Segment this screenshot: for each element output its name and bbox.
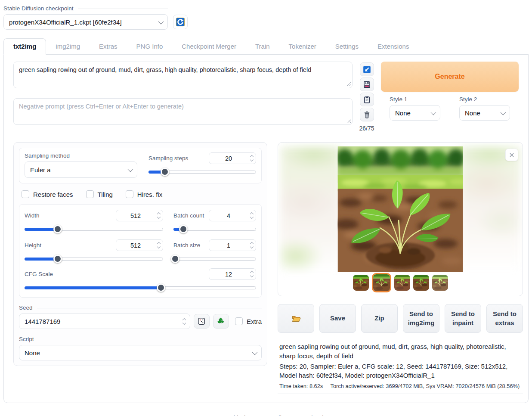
checkpoint-select[interactable]: protogenX34OfficialR_1.ckpt [60fe2f34] (3, 14, 168, 30)
output-prompt-text: green sapling rowing out of ground, mud,… (279, 342, 521, 361)
image-gallery (278, 142, 523, 296)
app-root: Stable Diffusion checkpoint protogenX34O… (0, 0, 532, 416)
thumbnail-1[interactable] (353, 275, 369, 291)
thumbnail-4[interactable] (413, 275, 429, 291)
gallery-blur-right (460, 146, 520, 271)
style1-label: Style 1 (390, 96, 440, 102)
folder-icon (291, 314, 301, 324)
style2-select[interactable]: None (459, 105, 510, 121)
sampling-steps-label: Sampling steps (148, 155, 188, 161)
slider-handle[interactable] (161, 168, 169, 176)
sampling-steps-slider[interactable] (148, 168, 256, 176)
open-folder-button[interactable] (278, 304, 314, 333)
slider-handle[interactable] (171, 255, 179, 263)
reuse-seed-button[interactable] (213, 314, 229, 329)
restore-faces-checkbox[interactable] (22, 190, 29, 198)
footer-link-api[interactable]: API (200, 414, 229, 416)
stepper-icon[interactable] (180, 319, 188, 324)
stepper-icon[interactable] (155, 242, 163, 248)
width-input[interactable]: 512 (116, 210, 163, 221)
thumbnail-3[interactable] (394, 275, 410, 291)
negative-prompt-input[interactable] (13, 98, 353, 125)
tab-extras[interactable]: Extras (90, 39, 127, 54)
script-label: Script (19, 336, 262, 342)
extra-seed-checkbox-row[interactable]: Extra (235, 317, 262, 325)
floppy-disk-icon (363, 81, 371, 89)
slider-handle[interactable] (53, 255, 62, 263)
height-input[interactable]: 512 (116, 239, 163, 251)
arrow-down-left-icon (363, 65, 371, 74)
send-to-inpaint-button[interactable]: Send to inpaint (445, 304, 481, 333)
random-seed-button[interactable] (194, 314, 210, 329)
batch-count-slider[interactable] (173, 225, 256, 233)
tiling-checkbox[interactable] (86, 190, 94, 198)
send-to-extras-button[interactable]: Send to extras (486, 304, 523, 333)
tab-train[interactable]: Train (246, 39, 279, 54)
stepper-icon[interactable] (248, 155, 256, 161)
tab-checkpoint-merger[interactable]: Checkpoint Merger (172, 39, 246, 54)
batch-count-input[interactable]: 4 (209, 210, 256, 221)
checkpoint-label: Stable Diffusion checkpoint (3, 5, 168, 12)
save-style-button[interactable] (360, 78, 374, 91)
sampling-method-select[interactable]: Euler a (25, 161, 137, 178)
refresh-checkpoint-button[interactable] (173, 15, 188, 29)
sampling-steps-input[interactable]: 20 (209, 152, 256, 164)
chevron-down-icon (158, 19, 164, 24)
prompt-input[interactable]: green sapling rowing out of ground, mud,… (13, 62, 353, 88)
paste-generation-params-button[interactable] (360, 62, 374, 76)
thumbnail-2-selected[interactable] (372, 273, 391, 292)
script-select[interactable]: None (19, 345, 262, 360)
width-label: Width (25, 212, 40, 219)
slider-handle[interactable] (157, 283, 165, 292)
batch-size-slider[interactable] (173, 255, 256, 263)
apply-style-button[interactable] (360, 93, 374, 106)
height-slider[interactable] (25, 255, 163, 263)
stepper-icon[interactable] (155, 213, 163, 218)
checkpoint-row: Stable Diffusion checkpoint protogenX34O… (3, 3, 529, 32)
stepper-icon[interactable] (248, 213, 256, 218)
tab-png-info[interactable]: PNG Info (127, 39, 173, 54)
save-button[interactable]: Save (319, 304, 356, 333)
close-preview-button[interactable] (505, 149, 518, 161)
cfg-scale-slider[interactable] (25, 283, 256, 292)
seed-input[interactable]: 1441787169 (19, 314, 190, 329)
footer-link-github[interactable]: Github (229, 414, 266, 416)
chevron-down-icon (501, 109, 506, 115)
height-label: Height (25, 242, 41, 248)
tab-tokenizer[interactable]: Tokenizer (279, 39, 326, 54)
slider-handle[interactable] (53, 225, 62, 233)
generated-image-preview[interactable] (338, 146, 463, 272)
thumbnail-5[interactable] (432, 275, 448, 291)
extra-seed-checkbox[interactable] (235, 317, 243, 325)
chevron-down-icon (431, 109, 436, 115)
footer-link-gradio[interactable]: Gradio (266, 414, 303, 416)
slider-handle[interactable] (179, 225, 188, 233)
tab-settings[interactable]: Settings (326, 39, 368, 54)
sampling-method-label: Sampling method (25, 152, 137, 159)
main-tabbar: txt2img img2img Extras PNG Info Checkpoi… (3, 38, 529, 55)
tab-txt2img[interactable]: txt2img (3, 38, 46, 55)
stepper-icon[interactable] (248, 242, 256, 248)
generation-info: green sapling rowing out of ground, mud,… (278, 342, 523, 394)
token-counter: 26/75 (359, 125, 374, 132)
output-params-text: Steps: 20, Sampler: Euler a, CFG scale: … (279, 362, 521, 381)
cfg-scale-input[interactable]: 12 (209, 268, 256, 280)
batch-count-label: Batch count (173, 212, 204, 219)
zip-button[interactable]: Zip (361, 304, 398, 333)
clear-prompt-button[interactable] (360, 108, 374, 121)
footer-link-reload-ui[interactable]: Reload UI (303, 414, 332, 416)
tab-img2img[interactable]: img2img (46, 39, 90, 54)
tab-extensions[interactable]: Extensions (368, 39, 418, 54)
tiling-checkbox-row[interactable]: Tiling (86, 190, 113, 198)
hires-fix-checkbox[interactable] (126, 190, 133, 198)
restore-faces-checkbox-row[interactable]: Restore faces (22, 190, 73, 198)
batch-size-label: Batch size (173, 242, 200, 248)
generate-button[interactable]: Generate (381, 62, 519, 92)
stepper-icon[interactable] (248, 271, 256, 277)
width-slider[interactable] (25, 225, 163, 233)
hires-fix-checkbox-row[interactable]: Hires. fix (126, 190, 162, 198)
style1-select[interactable]: None (390, 105, 440, 121)
batch-size-input[interactable]: 1 (209, 239, 256, 251)
recycle-icon (217, 317, 225, 326)
send-to-img2img-button[interactable]: Send to img2img (403, 304, 439, 333)
